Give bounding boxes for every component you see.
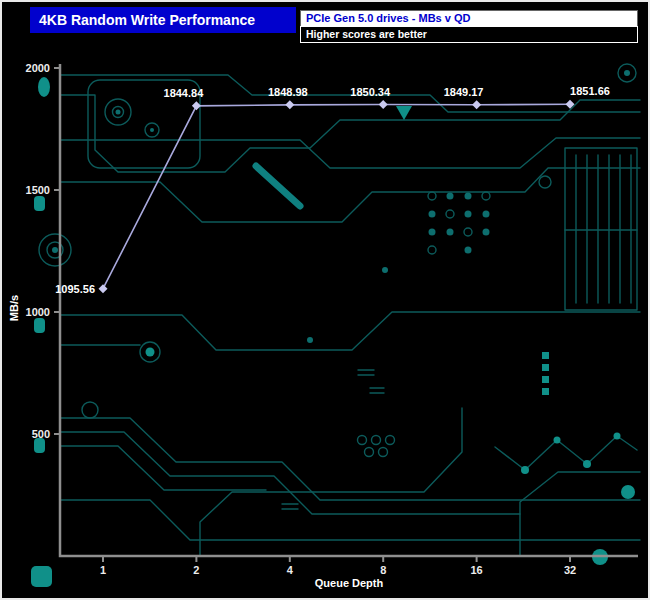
- data-point: [99, 284, 108, 293]
- x-tick-label: 8: [380, 564, 386, 576]
- series-line: [103, 104, 570, 288]
- x-tick-label: 4: [287, 564, 294, 576]
- data-label: 1848.98: [268, 86, 308, 98]
- x-tick-label: 1: [100, 564, 106, 576]
- data-point: [566, 100, 575, 109]
- data-label: 1851.66: [570, 85, 610, 97]
- x-tick-label: 2: [193, 564, 199, 576]
- chart-subtitle: PCIe Gen 5.0 drives - MBs v QD: [300, 10, 638, 27]
- data-label: 1095.56: [55, 283, 95, 295]
- data-label: 1850.34: [350, 86, 391, 98]
- y-tick-label: 1000: [26, 306, 50, 318]
- data-point: [472, 100, 481, 109]
- data-point: [379, 100, 388, 109]
- y-tick-label: 1500: [26, 184, 50, 196]
- x-tick-label: 16: [470, 564, 482, 576]
- data-label: 1849.17: [444, 86, 484, 98]
- data-point: [192, 101, 201, 110]
- data-point: [285, 100, 294, 109]
- y-tick-label: 500: [32, 428, 50, 440]
- x-axis-title: Queue Depth: [60, 577, 638, 589]
- y-tick-label: 2000: [26, 62, 50, 74]
- axis-lines: [60, 64, 638, 556]
- y-axis-title: MB/s: [8, 278, 20, 338]
- chart-window: 500100015002000124816321095.561844.84184…: [0, 0, 650, 600]
- data-label: 1844.84: [164, 87, 205, 99]
- line-chart: 500100015002000124816321095.561844.84184…: [0, 0, 650, 600]
- x-tick-label: 32: [564, 564, 576, 576]
- chart-note: Higher scores are better: [300, 26, 638, 43]
- chart-title: 4KB Random Write Performance: [30, 7, 296, 33]
